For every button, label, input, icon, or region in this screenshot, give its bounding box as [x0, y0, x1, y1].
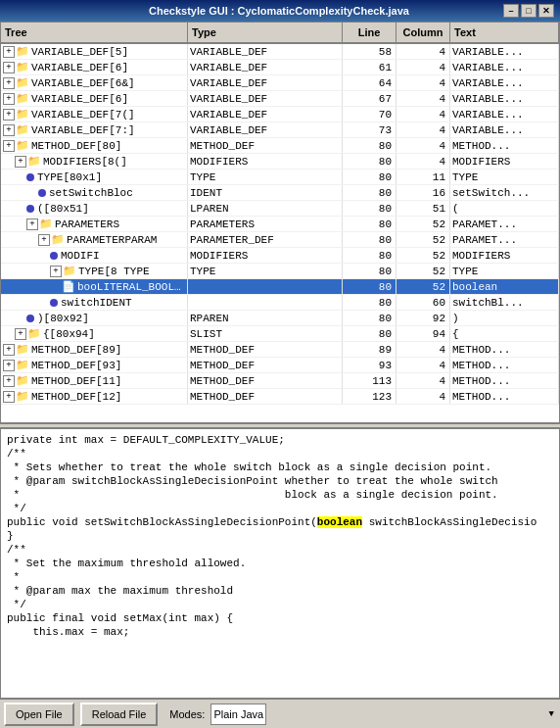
folder-icon: 📁 — [16, 139, 29, 152]
text-cell: boolean — [450, 279, 559, 294]
close-button[interactable]: ✕ — [538, 4, 554, 18]
tree-row[interactable]: TYPE[80x1]TYPE8011TYPE — [1, 170, 559, 185]
expand-icon[interactable]: + — [3, 375, 15, 387]
expand-icon[interactable]: + — [3, 391, 15, 403]
code-line: * Sets whether to treat the whole switch… — [7, 461, 553, 474]
column-headers: Tree Type Line Column Text — [1, 23, 559, 44]
code-panel[interactable]: private int max = DEFAULT_COMPLEXITY_VAL… — [0, 428, 560, 699]
open-file-button[interactable]: Open File — [4, 703, 74, 726]
tree-row[interactable]: +📁VARIABLE_DEF[6&]VARIABLE_DEF644VARIABL… — [1, 75, 559, 91]
expand-icon[interactable]: + — [3, 62, 15, 73]
expand-icon[interactable]: + — [38, 234, 50, 246]
line-cell: 80 — [343, 248, 397, 263]
tree-cell-label: METHOD_DEF[12] — [31, 391, 121, 403]
expand-icon[interactable]: + — [3, 77, 15, 89]
tree-row[interactable]: +📁VARIABLE_DEF[6]VARIABLE_DEF674VARIABLE… — [1, 91, 559, 107]
line-cell: 113 — [343, 373, 397, 388]
tree-row[interactable]: +📁MODIFIERS[8(]MODIFIERS804MODIFIERS — [1, 154, 559, 170]
text-cell: METHOD... — [450, 342, 559, 357]
type-cell: TYPE — [188, 170, 343, 184]
tree-row[interactable]: ([80x51]LPAREN8051( — [1, 201, 559, 217]
tree-row[interactable]: )[80x92]RPAREN8092) — [1, 311, 559, 326]
tree-row[interactable]: +📁METHOD_DEF[12]METHOD_DEF1234METHOD... — [1, 389, 559, 405]
line-cell: 80 — [343, 201, 397, 216]
tree-cell-label: VARIABLE_DEF[7:] — [31, 124, 135, 136]
tree-row[interactable]: +📁PARAMETERSPARAMETERS8052PARAMET... — [1, 217, 559, 232]
type-cell: METHOD_DEF — [188, 342, 343, 357]
tree-content[interactable]: +📁VARIABLE_DEF[5]VARIABLE_DEF584VARIABLE… — [1, 44, 559, 422]
column-cell: 4 — [397, 373, 450, 388]
leaf-icon — [26, 315, 34, 322]
leaf-icon — [26, 205, 34, 213]
tree-row[interactable]: +📁VARIABLE_DEF[7:]VARIABLE_DEF734VARIABL… — [1, 122, 559, 138]
expand-icon[interactable]: + — [3, 124, 15, 136]
tree-row[interactable]: MODIFIMODIFIERS8052MODIFIERS — [1, 248, 559, 264]
text-cell: MODIFIERS — [450, 154, 559, 169]
tree-row[interactable]: +📁METHOD_DEF[80]METHOD_DEF804METHOD... — [1, 138, 559, 154]
tree-row[interactable]: switchIDENT8060switchBl... — [1, 295, 559, 311]
tree-row[interactable]: setSwitchBlocIDENT8016setSwitch... — [1, 185, 559, 201]
expand-icon[interactable]: + — [3, 109, 15, 121]
tree-row[interactable]: +📁METHOD_DEF[89]METHOD_DEF894METHOD... — [1, 342, 559, 358]
column-cell: 4 — [397, 75, 450, 90]
tree-row[interactable]: +📁VARIABLE_DEF[7(]VARIABLE_DEF704VARIABL… — [1, 107, 559, 122]
text-cell: VARIABLE... — [450, 122, 559, 137]
expand-icon[interactable]: + — [26, 218, 38, 230]
line-cell: 80 — [343, 232, 397, 247]
line-cell: 80 — [343, 311, 397, 325]
expand-icon[interactable]: + — [50, 266, 62, 277]
folder-icon: 📁 — [16, 374, 29, 387]
column-cell: 4 — [397, 122, 450, 137]
column-cell: 4 — [397, 60, 450, 74]
column-cell: 94 — [397, 326, 450, 341]
code-line: } — [7, 529, 553, 543]
text-cell: VARIABLE... — [450, 75, 559, 90]
tree-cell-label: PARAMETERPARAM — [67, 234, 157, 246]
column-cell: 52 — [397, 279, 450, 294]
column-cell: 4 — [397, 107, 450, 121]
leaf-icon — [26, 173, 34, 181]
tree-row[interactable]: 📄booLITERAL_BOOLEAN8052boolean — [1, 279, 559, 295]
tree-cell-label: MODIFI — [61, 250, 100, 262]
tree-cell-label: VARIABLE_DEF[6] — [31, 62, 128, 73]
type-cell: VARIABLE_DEF — [188, 75, 343, 90]
tree-row[interactable]: +📁METHOD_DEF[11]METHOD_DEF1134METHOD... — [1, 373, 559, 389]
col-header-tree: Tree — [1, 23, 188, 42]
expand-icon[interactable]: + — [3, 344, 15, 356]
tree-row[interactable]: +📁VARIABLE_DEF[6]VARIABLE_DEF614VARIABLE… — [1, 60, 559, 75]
tree-row[interactable]: +📁TYPE[8 TYPETYPE8052TYPE — [1, 264, 559, 279]
tree-row[interactable]: +📁{[80x94]SLIST8094{ — [1, 326, 559, 342]
expand-icon[interactable]: + — [15, 328, 26, 340]
folder-icon: 📁 — [27, 327, 41, 340]
code-line: * Set the maximum threshold allowed. — [7, 557, 553, 570]
tree-cell-label: TYPE[8 TYPE — [78, 266, 150, 277]
type-cell — [188, 295, 343, 310]
expand-icon[interactable]: + — [3, 140, 15, 152]
text-cell: METHOD... — [450, 373, 559, 388]
code-line: private int max = DEFAULT_COMPLEXITY_VAL… — [7, 433, 553, 447]
tree-row[interactable]: +📁PARAMETERPARAMPARAMETER_DEF8052PARAMET… — [1, 232, 559, 248]
minimize-button[interactable]: – — [503, 4, 519, 18]
modes-select-wrapper: Plain JavaXMLProperties ▼ — [210, 704, 556, 725]
text-cell: TYPE — [450, 264, 559, 278]
folder-icon: 📁 — [16, 61, 29, 73]
line-cell: 89 — [343, 342, 397, 357]
code-line: * @param switchBlockAsSingleDecisionPoin… — [7, 474, 553, 488]
folder-icon: 📁 — [27, 155, 41, 168]
expand-icon[interactable]: + — [3, 46, 15, 58]
expand-icon[interactable]: + — [15, 156, 26, 168]
text-cell: VARIABLE... — [450, 60, 559, 74]
maximize-button[interactable]: □ — [521, 4, 537, 18]
bottom-bar: Open File Reload File Modes: Plain JavaX… — [0, 699, 560, 728]
expand-icon[interactable]: + — [3, 93, 15, 105]
code-line: /** — [7, 543, 553, 557]
modes-select[interactable]: Plain JavaXMLProperties — [210, 704, 266, 725]
line-cell: 80 — [343, 154, 397, 169]
tree-row[interactable]: +📁METHOD_DEF[93]METHOD_DEF934METHOD... — [1, 358, 559, 373]
line-cell: 80 — [343, 185, 397, 200]
expand-icon[interactable]: + — [3, 360, 15, 371]
tree-row[interactable]: +📁VARIABLE_DEF[5]VARIABLE_DEF584VARIABLE… — [1, 44, 559, 60]
type-cell: SLIST — [188, 326, 343, 341]
reload-file-button[interactable]: Reload File — [80, 703, 159, 726]
line-cell: 58 — [343, 44, 397, 59]
